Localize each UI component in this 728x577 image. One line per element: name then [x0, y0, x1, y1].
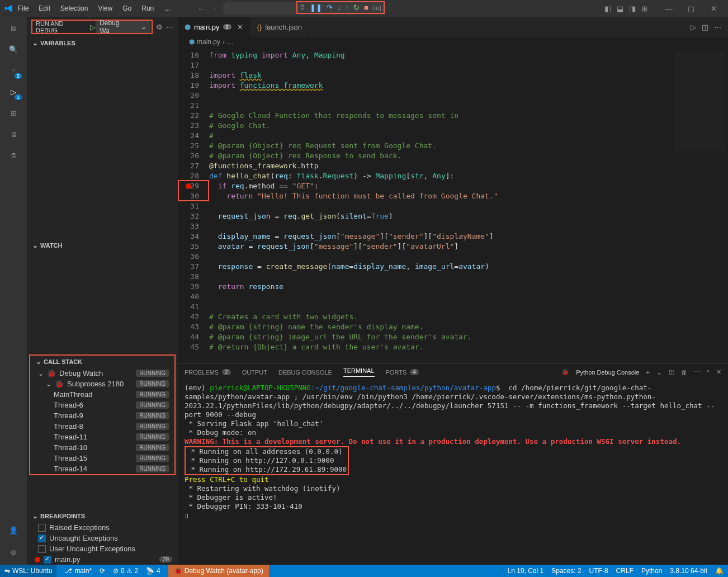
editor-content[interactable]: from typing import Any, Mapping import f…	[209, 47, 498, 363]
drag-handle-icon[interactable]: ⠿	[300, 3, 305, 12]
callstack-row[interactable]: Thread-14RUNNING	[30, 464, 174, 474]
checkbox[interactable]	[38, 545, 46, 553]
ports-status[interactable]: 📡 4	[146, 567, 160, 575]
stop-icon[interactable]: ■	[364, 3, 368, 12]
callstack-row[interactable]: 🐞Debug WatchRUNNING	[30, 368, 174, 379]
breakpoint-option[interactable]: Uncaught Exceptions	[27, 533, 178, 543]
split-terminal-icon[interactable]: ◫	[669, 368, 674, 376]
callstack-row[interactable]: Thread-6RUNNING	[30, 400, 174, 410]
explorer-icon[interactable]: 🗎	[7, 21, 20, 35]
problems-status[interactable]: ⊘ 0 ⚠ 2	[113, 567, 138, 575]
breakpoint-checkbox[interactable]	[44, 556, 51, 564]
menu-bar: FileEditSelectionViewGoRun…	[13, 2, 175, 15]
panel-tab-problems[interactable]: PROBLEMS 2	[185, 369, 231, 376]
terminal-select[interactable]: Python Debug Console	[576, 369, 639, 376]
step-out-icon[interactable]: ↑	[346, 3, 349, 12]
more-actions-icon[interactable]: ⋯	[166, 23, 173, 31]
accounts-icon[interactable]: 👤	[7, 523, 20, 537]
notifications-icon[interactable]: 🔔	[715, 567, 724, 575]
callstack-row[interactable]: Thread-15RUNNING	[30, 453, 174, 464]
new-terminal-icon[interactable]: +	[646, 369, 649, 376]
panel-tab-output[interactable]: OUTPUT	[242, 369, 267, 376]
watch-section-header[interactable]: WATCH	[27, 239, 178, 252]
debug-config-select[interactable]: Debug Wa	[96, 21, 150, 33]
run-debug-icon[interactable]: ▷1	[7, 85, 20, 98]
callstack-row[interactable]: Thread-9RUNNING	[30, 410, 174, 421]
panel-tab-ports[interactable]: PORTS 4	[386, 369, 419, 376]
window-close-icon[interactable]: ✕	[703, 4, 724, 13]
breakpoint-option[interactable]: User Uncaught Exceptions	[27, 543, 178, 554]
callstack-section-header[interactable]: CALL STACK	[30, 356, 174, 368]
nav-back-icon[interactable]: ←	[197, 4, 205, 13]
more-panel-icon[interactable]: ⋯	[694, 368, 700, 376]
debug-status[interactable]: 🐞 Debug Watch (avatar-app)	[168, 565, 269, 577]
testing-icon[interactable]: ⚗	[7, 149, 20, 162]
run-file-icon[interactable]: ▷	[691, 23, 696, 31]
status-item[interactable]: Spaces: 2	[551, 567, 581, 575]
menu-go[interactable]: Go	[118, 2, 136, 15]
window-maximize-icon[interactable]: ▢	[681, 4, 701, 13]
status-item[interactable]: 3.8.10 64-bit	[670, 567, 707, 575]
callstack-row[interactable]: Thread-11RUNNING	[30, 432, 174, 442]
menu-selection[interactable]: Selection	[56, 2, 92, 15]
variables-section-header[interactable]: VARIABLES	[27, 37, 178, 49]
menu-edit[interactable]: Edit	[34, 2, 55, 15]
breakpoint-file-row[interactable]: main.py 29	[27, 554, 178, 565]
status-item[interactable]: Python	[641, 567, 662, 575]
start-debug-icon[interactable]: ▷	[90, 23, 96, 31]
debug-console-icon: 🐞	[561, 368, 569, 376]
status-item[interactable]: UTF-8	[589, 567, 608, 575]
toggle-panel-icon[interactable]: ⬓	[617, 4, 623, 13]
toggle-primary-sidebar-icon[interactable]: ◧	[604, 4, 611, 13]
step-into-icon[interactable]: ↓	[337, 3, 341, 12]
menu-view[interactable]: View	[93, 2, 117, 15]
status-item[interactable]: Ln 19, Col 1	[507, 567, 543, 575]
breadcrumb[interactable]: ⬢ main.py…	[178, 37, 728, 47]
close-tab-icon[interactable]: ✕	[237, 23, 243, 31]
menu-run[interactable]: Run	[137, 2, 158, 15]
checkbox[interactable]	[38, 535, 46, 542]
search-icon[interactable]: 🔍	[7, 42, 20, 56]
remote-explorer-icon[interactable]: 🖥	[7, 127, 20, 141]
settings-gear-icon[interactable]: ⚙	[7, 546, 20, 559]
maximize-panel-icon[interactable]: ^	[707, 369, 710, 376]
editor-tab[interactable]: {}launch.json	[250, 17, 309, 37]
menu-file[interactable]: File	[13, 2, 33, 15]
window-minimize-icon[interactable]: —	[659, 4, 679, 13]
git-branch[interactable]: ⎇ main*	[64, 567, 92, 575]
callstack-row[interactable]: 🐞Subprocess 2180RUNNING	[30, 379, 174, 389]
more-editor-actions-icon[interactable]: ⋯	[714, 23, 721, 31]
nav-forward-icon[interactable]: →	[210, 4, 218, 13]
terminal-dropdown-icon[interactable]	[656, 368, 662, 376]
menu-…[interactable]: …	[159, 2, 175, 15]
terminal[interactable]: (env) pierrick@LAPTOP-HKU5PNNG:~/git/goo…	[178, 380, 728, 565]
editor-tab[interactable]: ⬢main.py2✕	[178, 17, 250, 37]
breakpoint-option[interactable]: Raised Exceptions	[27, 522, 178, 533]
customize-layout-icon[interactable]: ⊞	[641, 4, 647, 13]
editor-group: ⬢main.py2✕{}launch.json ▷ ◫ ⋯ ⬢ main.py……	[178, 17, 728, 565]
kill-terminal-icon[interactable]: 🗑	[681, 369, 687, 376]
pause-icon[interactable]: ❚❚	[310, 3, 322, 12]
status-item[interactable]: CRLF	[616, 567, 634, 575]
remote-indicator[interactable]: ⇋ WSL: Ubuntu	[0, 565, 56, 577]
close-panel-icon[interactable]: ✕	[716, 368, 721, 376]
toggle-secondary-sidebar-icon[interactable]: ◨	[629, 4, 636, 13]
step-over-icon[interactable]: ↷	[327, 3, 333, 12]
panel-tab-terminal[interactable]: TERMINAL	[343, 367, 375, 377]
panel-tab-debug-console[interactable]: DEBUG CONSOLE	[278, 369, 332, 376]
callstack-row[interactable]: MainThreadRUNNING	[30, 389, 174, 400]
breakpoints-section-header[interactable]: BREAKPOINTS	[27, 510, 178, 522]
extensions-icon[interactable]: ⊞	[7, 106, 20, 120]
editor-gutter[interactable]: 1617181920212223242526272829303132333435…	[178, 47, 209, 363]
debug-target-label: itu]	[373, 4, 381, 11]
callstack-row[interactable]: Thread-10RUNNING	[30, 442, 174, 453]
minimap[interactable]	[674, 50, 725, 151]
callstack-row[interactable]: Thread-8RUNNING	[30, 421, 174, 432]
split-editor-icon[interactable]: ◫	[702, 23, 708, 31]
breakpoint-marker[interactable]	[186, 183, 191, 189]
checkbox[interactable]	[38, 524, 46, 532]
source-control-icon[interactable]: ⑂5	[7, 64, 20, 77]
git-sync-icon[interactable]: ⟳	[100, 567, 105, 575]
restart-icon[interactable]: ↻	[353, 3, 360, 12]
configure-gear-icon[interactable]: ⚙	[156, 23, 163, 31]
